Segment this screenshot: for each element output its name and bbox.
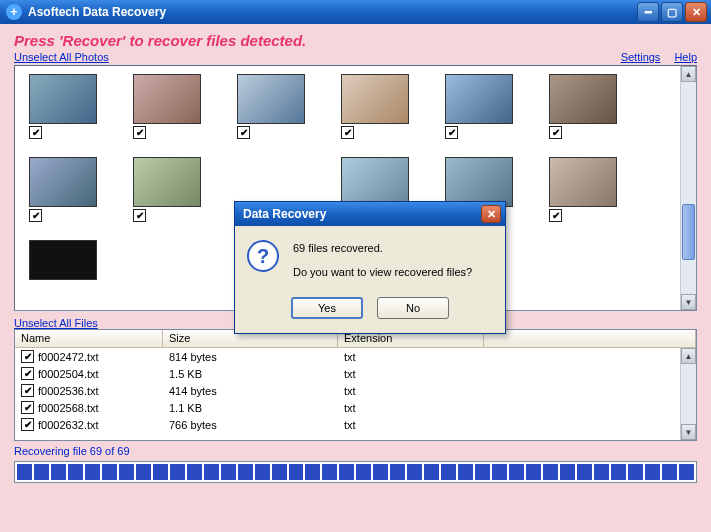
settings-link[interactable]: Settings <box>621 51 661 63</box>
status-text: Recovering file 69 of 69 <box>14 445 697 457</box>
yes-button[interactable]: Yes <box>291 297 363 319</box>
photo-item[interactable]: ✔ <box>133 74 201 139</box>
photo-item[interactable]: ✔ <box>29 74 97 139</box>
photo-thumbnail[interactable] <box>341 74 409 124</box>
file-name: f0002632.txt <box>38 419 99 431</box>
dialog-titlebar: Data Recovery ✕ <box>235 202 505 226</box>
unselect-all-photos-link[interactable]: Unselect All Photos <box>14 51 109 63</box>
file-name: f0002504.txt <box>38 368 99 380</box>
file-extension: txt <box>338 351 484 363</box>
progress-segment <box>119 464 134 480</box>
progress-segment <box>272 464 287 480</box>
file-scrollbar[interactable]: ▲ ▼ <box>680 348 696 440</box>
progress-segment <box>441 464 456 480</box>
progress-segment <box>543 464 558 480</box>
progress-segment <box>662 464 677 480</box>
photo-thumbnail[interactable] <box>29 240 97 280</box>
progress-segment <box>34 464 49 480</box>
photo-checkbox[interactable]: ✔ <box>237 126 250 139</box>
progress-segment <box>645 464 660 480</box>
photo-checkbox[interactable]: ✔ <box>29 209 42 222</box>
file-size: 1.5 KB <box>163 368 338 380</box>
photo-checkbox[interactable]: ✔ <box>133 209 146 222</box>
progress-segment <box>136 464 151 480</box>
progress-segment <box>475 464 490 480</box>
photo-item[interactable]: ✔ <box>549 157 617 222</box>
scroll-thumb[interactable] <box>682 204 695 260</box>
photo-scrollbar[interactable]: ▲ ▼ <box>680 66 696 310</box>
file-list: Name Size Extension ✔f0002472.txt814 byt… <box>14 329 697 441</box>
photo-item[interactable]: ✔ <box>237 74 305 139</box>
photo-item[interactable]: ✔ <box>133 157 201 222</box>
file-name: f0002472.txt <box>38 351 99 363</box>
progress-segment <box>373 464 388 480</box>
progress-segment <box>424 464 439 480</box>
file-row[interactable]: ✔f0002536.txt414 bytestxt <box>15 382 696 399</box>
progress-segment <box>594 464 609 480</box>
close-button[interactable]: ✕ <box>685 2 707 22</box>
photo-checkbox[interactable]: ✔ <box>549 209 562 222</box>
progress-segment <box>170 464 185 480</box>
no-button[interactable]: No <box>377 297 449 319</box>
photo-thumbnail[interactable] <box>445 157 513 207</box>
file-size: 414 bytes <box>163 385 338 397</box>
dialog-close-button[interactable]: ✕ <box>481 205 501 223</box>
photo-item[interactable] <box>29 240 97 280</box>
photo-checkbox[interactable]: ✔ <box>549 126 562 139</box>
question-icon: ? <box>247 240 279 272</box>
progress-segment <box>305 464 320 480</box>
progress-bar <box>14 461 697 483</box>
file-checkbox[interactable]: ✔ <box>21 418 34 431</box>
photo-item[interactable]: ✔ <box>445 74 513 139</box>
progress-segment <box>390 464 405 480</box>
photo-thumbnail[interactable] <box>29 74 97 124</box>
photo-thumbnail[interactable] <box>133 74 201 124</box>
file-name: f0002568.txt <box>38 402 99 414</box>
photo-checkbox[interactable]: ✔ <box>341 126 354 139</box>
file-extension: txt <box>338 385 484 397</box>
file-row[interactable]: ✔f0002632.txt766 bytestxt <box>15 416 696 433</box>
progress-segment <box>322 464 337 480</box>
photo-thumbnail[interactable] <box>549 157 617 207</box>
photo-thumbnail[interactable] <box>341 157 409 207</box>
col-header-name[interactable]: Name <box>15 330 163 347</box>
progress-segment <box>628 464 643 480</box>
file-checkbox[interactable]: ✔ <box>21 384 34 397</box>
scroll-up-icon[interactable]: ▲ <box>681 66 696 82</box>
photo-thumbnail[interactable] <box>237 74 305 124</box>
scroll-down-icon[interactable]: ▼ <box>681 424 696 440</box>
progress-segment <box>407 464 422 480</box>
app-icon: + <box>6 4 22 20</box>
dialog-title-text: Data Recovery <box>243 207 326 221</box>
photo-item[interactable]: ✔ <box>549 74 617 139</box>
help-link[interactable]: Help <box>674 51 697 63</box>
photo-item[interactable]: ✔ <box>29 157 97 222</box>
photo-thumbnail[interactable] <box>29 157 97 207</box>
file-extension: txt <box>338 368 484 380</box>
file-row[interactable]: ✔f0002568.txt1.1 KBtxt <box>15 399 696 416</box>
file-checkbox[interactable]: ✔ <box>21 401 34 414</box>
progress-segment <box>356 464 371 480</box>
scroll-down-icon[interactable]: ▼ <box>681 294 696 310</box>
scroll-up-icon[interactable]: ▲ <box>681 348 696 364</box>
progress-segment <box>458 464 473 480</box>
file-row[interactable]: ✔f0002472.txt814 bytestxt <box>15 348 696 365</box>
progress-segment <box>526 464 541 480</box>
photo-checkbox[interactable]: ✔ <box>29 126 42 139</box>
photo-item[interactable]: ✔ <box>341 74 409 139</box>
progress-segment <box>611 464 626 480</box>
photo-thumbnail[interactable] <box>445 74 513 124</box>
dialog-line1: 69 files recovered. <box>293 240 472 258</box>
photo-checkbox[interactable]: ✔ <box>133 126 146 139</box>
file-checkbox[interactable]: ✔ <box>21 367 34 380</box>
photo-thumbnail[interactable] <box>549 74 617 124</box>
progress-segment <box>51 464 66 480</box>
unselect-all-files-link[interactable]: Unselect All Files <box>14 317 98 329</box>
photo-checkbox[interactable]: ✔ <box>445 126 458 139</box>
file-row[interactable]: ✔f0002504.txt1.5 KBtxt <box>15 365 696 382</box>
minimize-button[interactable]: ━ <box>637 2 659 22</box>
photo-thumbnail[interactable] <box>133 157 201 207</box>
file-checkbox[interactable]: ✔ <box>21 350 34 363</box>
file-size: 766 bytes <box>163 419 338 431</box>
maximize-button[interactable]: ▢ <box>661 2 683 22</box>
